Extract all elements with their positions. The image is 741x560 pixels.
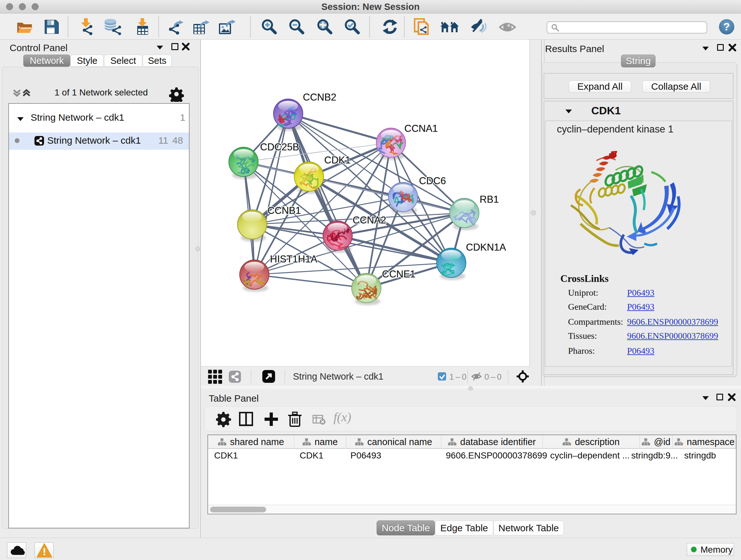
svg-text:CCNB2: CCNB2 [303, 91, 336, 103]
svg-text:CCNA1: CCNA1 [404, 123, 438, 134]
svg-text:?: ? [724, 20, 730, 33]
svg-text:CCNB1: CCNB1 [267, 205, 301, 216]
svg-text:CCNA2: CCNA2 [353, 214, 386, 226]
svg-text:RB1: RB1 [480, 194, 499, 205]
svg-text:HIST1H1A: HIST1H1A [270, 253, 317, 265]
svg-text:CDK1: CDK1 [324, 154, 351, 166]
svg-text:CDC25B: CDC25B [260, 141, 299, 152]
svg-text:CDC6: CDC6 [419, 175, 446, 186]
svg-text:CCNE1: CCNE1 [382, 268, 415, 280]
svg-text:CDKN1A: CDKN1A [466, 242, 506, 253]
